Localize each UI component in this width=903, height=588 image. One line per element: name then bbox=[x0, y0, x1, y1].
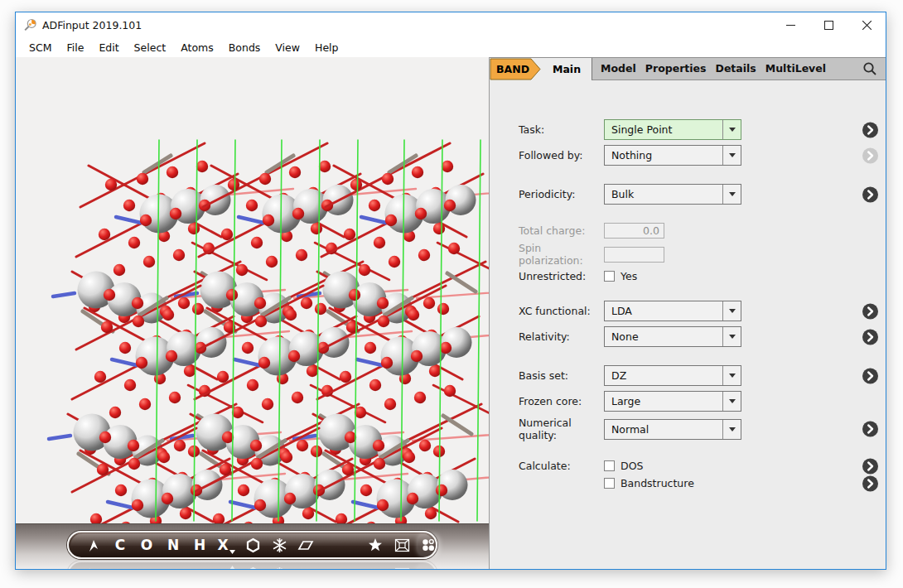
caption-buttons bbox=[771, 12, 886, 38]
select-tool-icon[interactable] bbox=[83, 534, 104, 556]
freeze-tool-icon[interactable] bbox=[268, 534, 290, 556]
atom-nitrogen-button[interactable]: N bbox=[162, 534, 184, 556]
unrestricted-checkbox[interactable] bbox=[604, 271, 615, 282]
atom-toolbar: CONHX bbox=[67, 531, 437, 559]
dropdown-arrow-icon[interactable] bbox=[722, 327, 741, 346]
menu-item-select[interactable]: Select bbox=[127, 38, 174, 57]
tab-strip: BAND Main ModelPropertiesDetailsMultiLev… bbox=[490, 57, 886, 80]
menu-item-scm[interactable]: SCM bbox=[22, 38, 59, 57]
molecule-viewport[interactable]: CONHX CONHX bbox=[16, 57, 489, 569]
dropdown-arrow-icon[interactable] bbox=[722, 120, 741, 139]
numerical-quality-value: Normal bbox=[611, 423, 649, 436]
toolbar-band: CONHX CONHX bbox=[16, 523, 489, 569]
numerical-quality-select[interactable]: Normal bbox=[604, 419, 741, 440]
tab-main[interactable]: Main bbox=[542, 58, 592, 80]
spin-polarization-label: Spin polarization: bbox=[519, 242, 604, 267]
periodicity-detail-button[interactable] bbox=[862, 186, 878, 202]
menu-item-file[interactable]: File bbox=[59, 38, 91, 57]
atom-oxygen-button: O bbox=[136, 564, 157, 569]
menu-item-atoms[interactable]: Atoms bbox=[173, 38, 221, 57]
minimize-button[interactable] bbox=[771, 12, 809, 38]
calculate-dos-checkbox[interactable] bbox=[604, 460, 615, 471]
basis-set-detail-button[interactable] bbox=[862, 368, 878, 383]
dropdown-arrow-icon[interactable] bbox=[722, 301, 741, 321]
relativity-select[interactable]: None bbox=[604, 326, 741, 347]
total-charge-field[interactable]: 0.0 bbox=[604, 223, 664, 239]
menu-item-edit[interactable]: Edit bbox=[91, 38, 126, 57]
numerical-quality-detail-button[interactable] bbox=[862, 422, 878, 437]
molecule-3d-view[interactable] bbox=[16, 57, 489, 526]
relativity-detail-button[interactable] bbox=[862, 329, 878, 345]
calculate-bandstructure-detail-button[interactable] bbox=[862, 475, 878, 491]
title-bar[interactable]: ADFinput 2019.101 bbox=[16, 12, 886, 38]
perspective-tool-icon[interactable] bbox=[391, 534, 413, 556]
frozen-core-value: Large bbox=[611, 395, 640, 407]
atom-hydrogen-button[interactable]: H bbox=[189, 534, 210, 556]
unrestricted-row: Unrestricted:Yes bbox=[519, 270, 886, 282]
dropdown-arrow-icon[interactable] bbox=[722, 146, 741, 165]
followed-by-select[interactable]: Nothing bbox=[604, 145, 741, 166]
dropdown-arrow-icon[interactable] bbox=[722, 185, 741, 204]
total-charge-label: Total charge: bbox=[519, 224, 604, 237]
atom-carbon-button[interactable]: C bbox=[109, 534, 131, 556]
atom-hydrogen-button: H bbox=[189, 564, 210, 569]
periodicity-select[interactable]: Bulk bbox=[604, 184, 741, 205]
main-form: Task:Single PointFollowed by:NothingPeri… bbox=[490, 80, 886, 569]
task-detail-button[interactable] bbox=[862, 122, 878, 137]
form-group: Basis set:DZFrozen core:LargeNumerical q… bbox=[519, 365, 886, 441]
tab-details[interactable]: Details bbox=[716, 58, 756, 80]
tab-properties[interactable]: Properties bbox=[645, 58, 707, 80]
plane-tool-icon[interactable] bbox=[295, 534, 316, 556]
dropdown-arrow-icon[interactable] bbox=[722, 366, 741, 385]
xc-functional-select[interactable]: LDA bbox=[604, 301, 741, 321]
plane-tool-icon bbox=[295, 564, 316, 569]
dropdown-arrow-icon[interactable] bbox=[722, 420, 741, 439]
svg-text:BAND: BAND bbox=[496, 63, 529, 75]
close-button[interactable] bbox=[847, 12, 886, 38]
form-group: XC functional:LDARelativity:None bbox=[519, 301, 886, 347]
ring-tool-icon[interactable] bbox=[242, 534, 263, 556]
task-label: Task: bbox=[519, 123, 604, 136]
atom-oxygen-button[interactable]: O bbox=[136, 534, 157, 556]
numerical-quality-row: Numerical quality:Normal bbox=[519, 417, 886, 441]
form-group: Total charge:0.0Spin polarization:Unrest… bbox=[519, 223, 886, 282]
calculate-bandstructure-checkbox-label: Bandstructure bbox=[621, 477, 694, 489]
search-icon[interactable] bbox=[862, 61, 877, 76]
main-content: CONHX CONHX bbox=[16, 57, 886, 569]
atom-x-button: X bbox=[215, 564, 237, 569]
relativity-value: None bbox=[611, 330, 639, 343]
atom-x-button[interactable]: X bbox=[215, 534, 237, 556]
frozen-core-row: Frozen core:Large bbox=[519, 391, 886, 412]
unrestricted-checkbox-label: Yes bbox=[621, 270, 637, 282]
tab-multilevel[interactable]: MultiLevel bbox=[765, 58, 826, 80]
spin-polarization-row: Spin polarization: bbox=[519, 242, 886, 267]
frozen-core-select[interactable]: Large bbox=[604, 391, 741, 412]
relativity-row: Relativity:None bbox=[519, 326, 886, 347]
calculate-dos-row: Calculate:DOS bbox=[519, 460, 886, 472]
menu-item-help[interactable]: Help bbox=[307, 38, 346, 57]
xc-functional-label: XC functional: bbox=[519, 305, 604, 317]
calculate-dos-detail-button[interactable] bbox=[862, 458, 878, 474]
favorites-tool-icon[interactable] bbox=[365, 534, 386, 556]
periodicity-label: Periodicity: bbox=[519, 188, 604, 200]
toolbar-reflection: CONHX bbox=[67, 561, 437, 569]
form-group: Task:Single PointFollowed by:Nothing bbox=[519, 119, 886, 166]
followed-by-detail-button bbox=[862, 147, 878, 163]
basis-set-value: DZ bbox=[611, 369, 626, 382]
menu-item-view[interactable]: View bbox=[268, 38, 307, 57]
band-input-panel: BAND Main ModelPropertiesDetailsMultiLev… bbox=[489, 57, 886, 569]
atom-carbon-button: C bbox=[109, 564, 131, 569]
basis-set-select[interactable]: DZ bbox=[604, 365, 741, 386]
calculate-bandstructure-checkbox[interactable] bbox=[604, 478, 615, 489]
xc-functional-row: XC functional:LDA bbox=[519, 301, 886, 321]
maximize-button[interactable] bbox=[809, 12, 847, 38]
calculate-dos-label: Calculate: bbox=[519, 460, 604, 472]
dropdown-arrow-icon[interactable] bbox=[722, 392, 741, 411]
spin-polarization-field[interactable] bbox=[604, 247, 664, 263]
task-select[interactable]: Single Point bbox=[604, 119, 741, 140]
xc-functional-detail-button[interactable] bbox=[862, 303, 878, 319]
tab-model[interactable]: Model bbox=[601, 58, 636, 80]
menu-bar: SCMFileEditSelectAtomsBondsViewHelp bbox=[16, 38, 886, 57]
menu-item-bonds[interactable]: Bonds bbox=[221, 38, 268, 57]
display-mode-tool-icon[interactable] bbox=[418, 534, 439, 556]
